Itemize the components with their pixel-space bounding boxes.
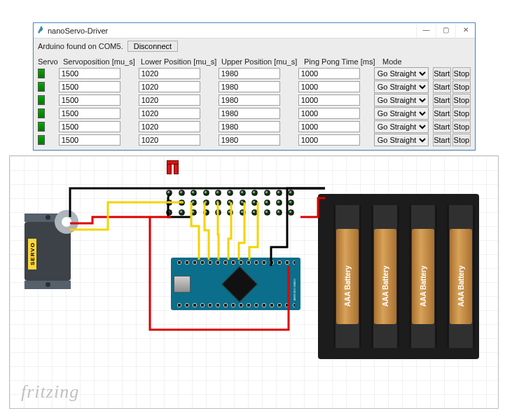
servopos-input[interactable] — [59, 81, 120, 92]
titlebar[interactable]: nanoServo-Driver — ▢ ✕ — [34, 23, 475, 38]
disconnect-button[interactable]: Disconnect — [127, 41, 178, 52]
status-row: Arduino found on COM5. Disconnect — [34, 38, 475, 54]
mode-select[interactable]: Go StraightPing Pong — [374, 94, 429, 106]
nano-label: ARDUINO NANO — [293, 279, 296, 300]
fritzing-logo: fritzing — [21, 382, 79, 402]
header-lower: Lower Position [mu_s] — [141, 57, 221, 66]
servo-component[interactable]: SERVO — [25, 206, 86, 287]
servo-row: Go StraightPing PongStartStop — [38, 107, 471, 120]
mode-select[interactable]: Go StraightPing Pong — [374, 107, 429, 120]
servo-led-icon — [38, 95, 45, 105]
mode-select[interactable]: Go StraightPing Pong — [374, 134, 429, 146]
upper-input[interactable] — [219, 68, 280, 79]
header-ping: Ping Pong Time [ms] — [304, 57, 382, 66]
mcu-chip-icon — [222, 267, 258, 302]
battery-holder[interactable]: AAA Battery AAA Battery AAA Battery AAA … — [318, 194, 479, 359]
servo-row: Go StraightPing PongStartStop — [38, 120, 471, 133]
column-headers: Servo Servoposition [mu_s] Lower Positio… — [34, 54, 475, 67]
servo-led-icon — [38, 108, 45, 118]
ping-input[interactable] — [298, 81, 360, 92]
arduino-nano[interactable]: ARDUINO NANO — [171, 258, 300, 310]
lower-input[interactable] — [139, 68, 200, 79]
header-upper: Upper Position [mu_s] — [221, 57, 304, 66]
nanoservo-window: nanoServo-Driver — ▢ ✕ Arduino found on … — [33, 22, 476, 150]
servopos-input[interactable] — [59, 108, 120, 119]
upper-input[interactable] — [219, 108, 280, 119]
fritzing-diagram: SERVO ARDUINO NANO AAA Battery AAA Batte… — [9, 155, 499, 409]
servopos-input[interactable] — [59, 134, 120, 146]
lower-input[interactable] — [139, 108, 200, 119]
upper-input[interactable] — [219, 94, 280, 106]
upper-input[interactable] — [219, 81, 280, 92]
servo-led-icon — [38, 69, 45, 78]
servopos-input[interactable] — [59, 121, 120, 132]
servo-row: Go StraightPing PongStartStop — [38, 94, 471, 106]
mode-select[interactable]: Go StraightPing Pong — [374, 80, 429, 93]
lower-input[interactable] — [139, 81, 200, 92]
servo-row: Go StraightPing PongStartStop — [38, 80, 471, 93]
lower-input[interactable] — [139, 121, 200, 132]
servopos-input[interactable] — [59, 68, 120, 79]
servo-row: Go StraightPing PongStartStop — [38, 134, 471, 146]
servo-label: SERVO — [28, 239, 36, 270]
ping-input[interactable] — [298, 108, 360, 119]
mode-select[interactable]: Go StraightPing Pong — [374, 67, 429, 80]
start-button[interactable]: Start — [433, 107, 451, 120]
usb-port-icon — [174, 276, 191, 293]
lower-input[interactable] — [139, 94, 200, 106]
jumper-component[interactable] — [167, 160, 179, 178]
ping-input[interactable] — [298, 94, 360, 106]
start-button[interactable]: Start — [433, 67, 451, 80]
upper-input[interactable] — [219, 134, 280, 146]
start-button[interactable]: Start — [433, 94, 451, 106]
start-button[interactable]: Start — [433, 120, 451, 133]
python-icon — [38, 26, 45, 36]
stop-button[interactable]: Stop — [452, 120, 471, 133]
ping-input[interactable] — [298, 121, 360, 132]
servopos-input[interactable] — [59, 94, 120, 106]
upper-input[interactable] — [219, 121, 280, 132]
stop-button[interactable]: Stop — [452, 134, 471, 146]
header-servo: Servo — [38, 57, 63, 66]
header-servopos: Servoposition [mu_s] — [63, 57, 141, 66]
servo-row: Go StraightPing PongStartStop — [38, 67, 471, 80]
minimize-button[interactable]: — — [416, 24, 436, 38]
window-title: nanoServo-Driver — [48, 27, 108, 35]
close-button[interactable]: ✕ — [455, 24, 475, 38]
start-button[interactable]: Start — [433, 80, 451, 93]
pin-header[interactable] — [160, 190, 300, 219]
stop-button[interactable]: Stop — [452, 94, 471, 106]
servo-led-icon — [38, 135, 45, 145]
maximize-button[interactable]: ▢ — [436, 24, 455, 38]
stop-button[interactable]: Stop — [452, 107, 471, 120]
servo-led-icon — [38, 122, 45, 132]
ping-input[interactable] — [298, 134, 360, 146]
stop-button[interactable]: Stop — [452, 67, 471, 80]
mode-select[interactable]: Go StraightPing Pong — [374, 120, 429, 133]
status-message: Arduino found on COM5. — [38, 42, 123, 50]
header-mode: Mode — [382, 57, 408, 66]
start-button[interactable]: Start — [433, 134, 451, 146]
servo-led-icon — [38, 82, 45, 92]
ping-input[interactable] — [298, 68, 360, 79]
lower-input[interactable] — [139, 134, 200, 146]
servo-rows: Go StraightPing PongStartStopGo Straight… — [34, 67, 475, 150]
stop-button[interactable]: Stop — [452, 80, 471, 93]
